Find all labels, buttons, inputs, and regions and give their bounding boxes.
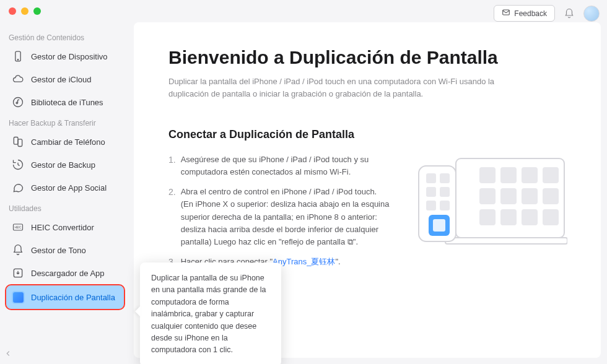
bell-icon — [11, 243, 25, 257]
phone-swap-icon — [11, 135, 25, 149]
sidebar-item-label: Descargador de App — [31, 269, 105, 278]
svg-rect-13 — [522, 167, 538, 183]
svg-rect-21 — [522, 209, 538, 225]
svg-rect-29 — [440, 201, 450, 210]
svg-rect-4 — [14, 137, 18, 145]
sidebar-item-device-manager[interactable]: Gestor de Dispositivo — [6, 46, 124, 67]
sidebar-item-label: Duplicación de Pantalla — [31, 293, 115, 302]
svg-point-2 — [17, 59, 18, 60]
svg-rect-27 — [440, 187, 450, 197]
sidebar-item-app-downloader[interactable]: Descargador de App — [6, 262, 124, 284]
step-2: 2. Abra el centro de control en iPhone /… — [168, 186, 391, 248]
sidebar-item-label: Gestor de Backup — [31, 160, 95, 170]
sidebar-item-backup-manager[interactable]: Gestor de Backup — [6, 154, 124, 175]
svg-rect-26 — [426, 187, 436, 197]
topbar: Feedback — [494, 5, 600, 22]
notifications-button[interactable] — [561, 6, 577, 22]
step-number: 2. — [168, 186, 176, 248]
collapse-sidebar-button[interactable] — [4, 349, 15, 360]
sidebar-item-label: Gestor de Dispositivo — [31, 52, 108, 61]
sidebar-item-label: Gestor de App Social — [31, 183, 107, 193]
device-connect-link[interactable]: AnyTrans_夏钰林 — [273, 257, 335, 266]
svg-rect-5 — [18, 139, 22, 147]
svg-text:HEIC: HEIC — [15, 226, 22, 229]
sidebar-item-label: Biblioteca de iTunes — [31, 98, 103, 107]
svg-rect-25 — [440, 173, 450, 183]
sidebar-item-social-app-manager[interactable]: Gestor de App Social — [6, 177, 124, 198]
page-subtitle: Duplicar la pantalla del iPhone / iPad /… — [168, 76, 515, 100]
svg-rect-18 — [543, 188, 559, 204]
step-1: 1. Asegúrese de que su iPhone / iPad / i… — [168, 154, 391, 178]
minimize-window-button[interactable] — [21, 7, 28, 15]
sidebar-section-backup: Hacer Backup & Transferir — [9, 119, 121, 128]
step-text: Abra el centro de control en iPhone / iP… — [181, 186, 391, 248]
svg-rect-10 — [445, 238, 567, 244]
window-controls — [9, 7, 41, 15]
phone-icon — [11, 50, 25, 63]
svg-rect-19 — [479, 209, 496, 225]
svg-rect-11 — [479, 167, 496, 183]
sidebar-item-heic-converter[interactable]: HEIC HEIC Convertidor — [6, 217, 124, 238]
envelope-icon — [502, 8, 510, 19]
sidebar-item-label: Cambiar de Teléfono — [31, 137, 105, 147]
svg-rect-14 — [543, 167, 559, 183]
svg-rect-12 — [500, 167, 517, 183]
connect-heading: Conectar a Duplicación de Pantalla — [168, 128, 570, 141]
step-text: Asegúrese de que su iPhone / iPad / iPod… — [181, 154, 391, 178]
mirroring-illustration — [410, 154, 570, 254]
svg-rect-15 — [479, 188, 496, 204]
svg-rect-22 — [543, 209, 559, 225]
app-download-icon — [11, 266, 25, 280]
svg-rect-20 — [500, 209, 517, 225]
screen-mirror-icon — [11, 290, 25, 304]
mirroring-tooltip: Duplicar la pantalla de su iPhone en una… — [140, 262, 281, 364]
svg-rect-31 — [433, 219, 445, 232]
svg-rect-17 — [522, 188, 538, 204]
music-note-icon — [11, 95, 25, 109]
fullscreen-window-button[interactable] — [33, 7, 41, 15]
sidebar-item-itunes-library[interactable]: Biblioteca de iTunes — [6, 92, 124, 113]
sidebar-item-phone-switcher[interactable]: Cambiar de Teléfono — [6, 131, 124, 152]
cloud-icon — [11, 72, 25, 86]
sidebar: Gestión de Contenidos Gestor de Disposit… — [0, 22, 130, 364]
feedback-label: Feedback — [514, 9, 547, 18]
svg-rect-28 — [426, 201, 436, 210]
sidebar-item-label: Gestor de iCloud — [31, 75, 92, 84]
close-window-button[interactable] — [9, 7, 16, 15]
clock-refresh-icon — [11, 158, 25, 171]
feedback-button[interactable]: Feedback — [494, 5, 555, 22]
svg-rect-16 — [500, 188, 517, 204]
sidebar-item-screen-mirroring[interactable]: Duplicación de Pantalla — [6, 285, 124, 309]
step3-suffix: ". — [335, 257, 340, 266]
tooltip-text: Duplicar la pantalla de su iPhone en una… — [151, 274, 266, 354]
user-avatar[interactable] — [583, 6, 600, 22]
heic-icon: HEIC — [11, 220, 25, 234]
sidebar-section-contents: Gestión de Contenidos — [9, 33, 121, 42]
sidebar-item-ringtone-manager[interactable]: Gestor de Tono — [6, 240, 124, 261]
sidebar-section-utilities: Utilidades — [9, 204, 121, 213]
sidebar-item-icloud-manager[interactable]: Gestor de iCloud — [6, 69, 124, 90]
page-title: Bienvenido a Duplicación de Pantalla — [168, 47, 570, 68]
sidebar-item-label: HEIC Convertidor — [31, 223, 94, 232]
sidebar-item-label: Gestor de Tono — [31, 246, 86, 255]
step-number: 1. — [168, 154, 176, 178]
chat-icon — [11, 181, 25, 194]
svg-rect-24 — [426, 173, 436, 183]
